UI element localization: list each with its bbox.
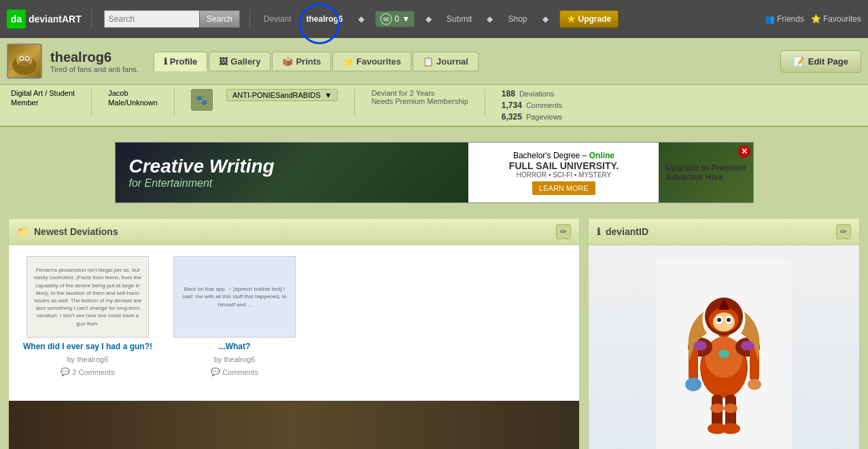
comment-count-1: 2 Comments xyxy=(72,368,114,376)
avatar xyxy=(7,43,42,79)
favourites-tab-icon: ⭐ xyxy=(343,56,353,67)
info-divider1 xyxy=(91,89,92,116)
svg-point-14 xyxy=(685,378,701,391)
deviation-comments-2[interactable]: 💬 Comments xyxy=(211,367,258,376)
ad-upgrade-line1: Upgrade to Premium xyxy=(665,163,746,173)
svg-point-19 xyxy=(721,423,740,434)
group-avatar: 🐾 xyxy=(191,89,213,111)
newest-deviations-title-text: Newest Deviations xyxy=(34,226,118,237)
ad-university-block: Bachelor's Degree – Online FULL SAIL UNI… xyxy=(468,143,659,202)
tab-prints[interactable]: 📦 Prints xyxy=(272,52,331,71)
group-dropdown-icon: ▼ xyxy=(325,91,332,99)
ad-subhead: for Entertainment xyxy=(129,177,455,190)
profile-header: thealrog6 Tired of fans and anti fans. ℹ… xyxy=(0,38,868,85)
svg-point-5 xyxy=(27,58,29,60)
info-divider2 xyxy=(174,89,175,116)
member-type-value: Member xyxy=(11,98,75,107)
upgrade-star-icon: ★ xyxy=(567,14,576,24)
logo-icon: da xyxy=(7,10,26,29)
gallery-tab-label: Gallery xyxy=(230,56,260,67)
prints-tab-icon: 📦 xyxy=(282,56,293,67)
ad-university: FULL SAIL UNIVERSITY. xyxy=(509,160,619,171)
upgrade-label: Upgrade xyxy=(578,14,612,24)
deviation-thumb-text-2: Back on that app → [speech bubble text] … xyxy=(177,283,292,311)
svg-point-31 xyxy=(718,350,729,358)
deviant-years: Deviant for 2 Years xyxy=(371,89,468,97)
deviation-title-1[interactable]: When did I ever say I had a gun?! xyxy=(23,342,152,351)
tab-favourites[interactable]: ⭐ Favourites xyxy=(332,52,411,71)
topbar-right: 👥 Friends ⭐ Favourites xyxy=(765,14,861,24)
friends-button[interactable]: 👥 Friends xyxy=(765,14,804,24)
deviant-id-title-text: deviantID xyxy=(606,226,648,237)
ad-upgrade-block: Upgrade to Premium Advertise Here xyxy=(659,156,752,189)
ad-close-button[interactable]: ✕ xyxy=(738,145,750,158)
ad-text-area: Creative Writing for Entertainment xyxy=(116,149,469,196)
mail-button[interactable]: ✉ 0 ▼ xyxy=(375,11,415,27)
name-value: Jacob xyxy=(108,89,158,97)
ad-upgrade-line2: Advertise Here xyxy=(665,173,723,182)
profile-tab-label: Profile xyxy=(170,56,197,67)
group-item[interactable]: ANTI-PONIESandRABIDS ▼ xyxy=(226,89,338,101)
search-input[interactable] xyxy=(104,10,199,28)
group-section: 🐾 xyxy=(191,89,213,111)
prints-tab-label: Prints xyxy=(296,56,321,67)
comments-stat: 1,734 Comments xyxy=(502,101,562,110)
meme-image-area xyxy=(9,401,579,449)
submit-nav[interactable]: Submit xyxy=(442,12,476,26)
deviation-thumb-2[interactable]: Back on that app → [speech bubble text] … xyxy=(173,256,296,338)
tab-profile[interactable]: ℹ Profile xyxy=(154,52,207,71)
upgrade-button[interactable]: ★ Upgrade xyxy=(559,10,619,28)
newest-deviations-header: 📁 Newest Deviations ✏ xyxy=(9,219,579,245)
deviation-by-2: by thealrog6 xyxy=(214,355,256,363)
logo[interactable]: da deviantART xyxy=(7,10,82,29)
topbar: da deviantART Search Deviant thealrog6 ◆… xyxy=(0,0,868,38)
pageviews-label: Pageviews xyxy=(526,113,562,121)
journal-tab-icon: 📋 xyxy=(423,56,434,67)
deviations-stat: 188 Deviations xyxy=(502,89,562,98)
favourites-button[interactable]: ⭐ Favourites xyxy=(811,14,861,24)
divider xyxy=(249,9,250,29)
deviations-grid: Firearms possession isn't illegal per se… xyxy=(9,245,579,387)
avatar-area xyxy=(7,43,42,79)
gallery-tab-icon: 🖼 xyxy=(219,56,228,67)
mail-chevron: ▼ xyxy=(402,14,410,24)
group-name-label: ANTI-PONIESandRABIDS xyxy=(232,91,321,99)
topbar-username[interactable]: thealrog6 xyxy=(302,12,347,26)
deviations-count: 188 xyxy=(502,89,515,98)
nav-divider xyxy=(91,9,92,29)
stats-area: 188 Deviations 1,734 Comments 6,325 Page… xyxy=(502,89,562,122)
newest-deviations-edit-button[interactable]: ✏ xyxy=(556,224,571,239)
category-section: Digital Art / Student Member xyxy=(11,89,75,107)
ad-subjects: HORROR • SCI-FI • MYSTERY xyxy=(517,171,612,179)
deviant-id-edit-button[interactable]: ✏ xyxy=(836,224,851,239)
comment-icon: 💬 xyxy=(60,367,70,376)
deviation-title-2[interactable]: ...What? xyxy=(219,342,251,351)
edit-page-icon: 📝 xyxy=(793,56,804,67)
friends-icon: 👥 xyxy=(765,14,775,24)
comment-icon-2: 💬 xyxy=(211,367,220,376)
info-bar: Digital Art / Student Member Jacob Male/… xyxy=(0,85,868,127)
ad-degree-label: Bachelor's Degree – Online xyxy=(513,151,614,160)
favourites-tab-label: Favourites xyxy=(356,56,401,67)
nav-divider3: ◆ xyxy=(483,12,497,26)
category-value: Digital Art / Student xyxy=(11,89,75,97)
ad-learn-button[interactable]: LEARN MORE xyxy=(532,181,595,195)
character-svg xyxy=(656,259,792,449)
profile-tagline: Tired of fans and anti fans. xyxy=(50,65,139,73)
deviation-comments-1[interactable]: 💬 2 Comments xyxy=(60,367,114,376)
tab-journal[interactable]: 📋 Journal xyxy=(413,52,479,71)
shop-nav[interactable]: Shop xyxy=(504,12,531,26)
search-button[interactable]: Search xyxy=(199,10,240,28)
deviation-item-2: Back on that app → [speech bubble text] … xyxy=(167,256,302,376)
pageviews-count: 6,325 xyxy=(502,112,522,122)
logo-text: deviantART xyxy=(29,14,82,24)
deviation-thumb-1[interactable]: Firearms possession isn't illegal per se… xyxy=(27,256,149,338)
deviant-id-panel: ℹ deviantID ✏ xyxy=(588,218,860,449)
nav-separator: ◆ xyxy=(354,12,368,26)
newest-deviations-title: 📁 Newest Deviations xyxy=(17,226,118,237)
tab-gallery[interactable]: 🖼 Gallery xyxy=(209,52,271,71)
profile-username[interactable]: thealrog6 xyxy=(50,50,139,65)
needs-premium: Needs Premium Membership xyxy=(371,97,468,105)
edit-page-button[interactable]: 📝 Edit Page xyxy=(780,50,861,73)
svg-point-33 xyxy=(741,341,754,351)
